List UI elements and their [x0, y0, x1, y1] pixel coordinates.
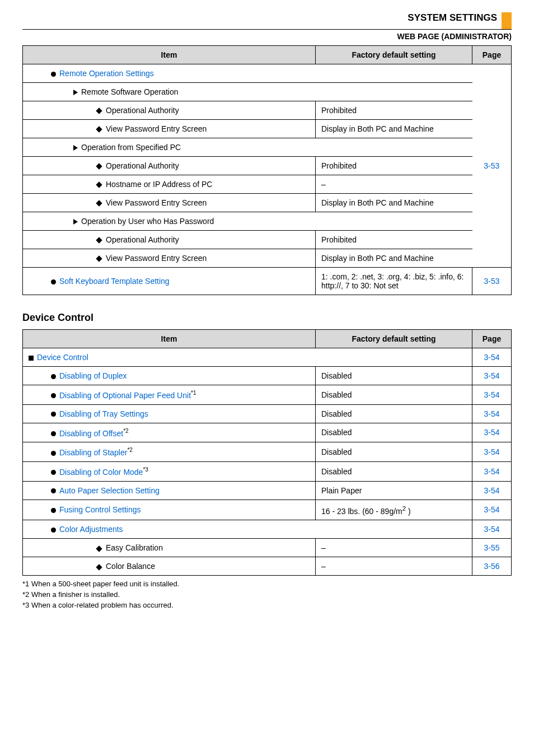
footnote-ref: *2: [123, 428, 128, 434]
factory-default: Disabled: [316, 404, 472, 423]
setting-link[interactable]: Disabling of Duplex: [59, 371, 127, 380]
setting-link[interactable]: Remote Operation Settings: [59, 69, 154, 78]
table-row: Soft Keyboard Template Setting1: .com, 2…: [23, 268, 512, 295]
factory-default: Display in Both PC and Machine: [316, 120, 472, 138]
setting-label: View Password Entry Screen: [106, 124, 207, 133]
page-ref[interactable]: 3-54: [472, 461, 512, 481]
circle-bullet-icon: [51, 508, 56, 513]
setting-label: Operation by User who Has Password: [81, 217, 214, 226]
page-ref[interactable]: 3-53: [472, 268, 512, 295]
setting-link[interactable]: Fusing Control Settings: [59, 505, 141, 514]
table-row: Hostname or IP Address of PC–: [23, 175, 512, 194]
factory-default: Disabled: [316, 461, 472, 481]
page-ref[interactable]: 3-54: [472, 442, 512, 462]
circle-bullet-icon: [51, 412, 56, 417]
table-row: Operational AuthorityProhibited: [23, 157, 512, 175]
factory-default: Display in Both PC and Machine: [316, 194, 472, 212]
setting-label: Operational Authority: [106, 106, 179, 115]
setting-link[interactable]: Disabling of Color Mode: [59, 468, 143, 477]
page-ref[interactable]: 3-56: [472, 557, 512, 576]
setting-label: View Password Entry Screen: [106, 198, 207, 207]
footnote-ref: *3: [143, 466, 148, 473]
setting-link[interactable]: Color Adjustments: [59, 525, 123, 534]
table-row: Device Control3-54: [23, 348, 512, 367]
page-ref[interactable]: 3-54: [472, 348, 512, 367]
table-row: View Password Entry ScreenDisplay in Bot…: [23, 249, 512, 268]
factory-default: Prohibited: [316, 101, 472, 120]
factory-default: 1: .com, 2: .net, 3: .org, 4: .biz, 5: .…: [316, 268, 472, 295]
setting-link[interactable]: Disabling of Tray Settings: [59, 409, 148, 418]
setting-label: Hostname or IP Address of PC: [106, 180, 212, 189]
setting-link[interactable]: Disabling of Optional Paper Feed Unit: [59, 391, 191, 400]
table-header-row: Item Factory default setting Page: [23, 330, 512, 348]
table-row: Disabling of Offset*2Disabled3-54: [23, 423, 512, 442]
footnote: *3 When a color-related problem has occu…: [22, 600, 512, 611]
diamond-bullet-icon: [96, 164, 102, 170]
factory-default: Plain Paper: [316, 481, 472, 500]
table-row: Color Balance–3-56: [23, 557, 512, 576]
circle-bullet-icon: [51, 488, 56, 493]
page-ref[interactable]: 3-54: [472, 500, 512, 520]
factory-default: Disabled: [316, 423, 472, 442]
footnote-ref: *2: [127, 447, 132, 453]
table-row: Operation from Specified PC: [23, 138, 512, 157]
page-ref[interactable]: 3-54: [472, 367, 512, 385]
circle-bullet-icon: [51, 431, 56, 436]
factory-default: Display in Both PC and Machine: [316, 249, 472, 268]
table-row: Auto Paper Selection SettingPlain Paper3…: [23, 481, 512, 500]
setting-label: Easy Calibration: [106, 543, 163, 552]
factory-default: Prohibited: [316, 157, 472, 175]
device-control-heading: Device Control: [22, 312, 512, 324]
factory-default: –: [316, 557, 472, 576]
triangle-bullet-icon: [73, 90, 78, 95]
circle-bullet-icon: [51, 470, 56, 475]
diamond-bullet-icon: [96, 237, 102, 244]
factory-default: Disabled: [316, 367, 472, 385]
setting-link[interactable]: Disabling of Offset: [59, 428, 123, 437]
square-bullet-icon: [29, 356, 34, 361]
col-header-page: Page: [472, 46, 512, 64]
table-row: Remote Operation Settings3-53: [23, 64, 512, 83]
circle-bullet-icon: [51, 72, 56, 77]
circle-bullet-icon: [51, 393, 56, 398]
table-row: Easy Calibration–3-55: [23, 539, 512, 557]
setting-link[interactable]: Auto Paper Selection Setting: [59, 486, 160, 495]
circle-bullet-icon: [51, 279, 56, 284]
setting-link[interactable]: Device Control: [37, 353, 88, 362]
factory-default: Disabled: [316, 442, 472, 462]
setting-label: View Password Entry Screen: [106, 254, 207, 263]
table-row: Disabling of Tray SettingsDisabled3-54: [23, 404, 512, 423]
table-row: Remote Software Operation: [23, 83, 512, 101]
factory-default: –: [316, 175, 472, 194]
setting-link[interactable]: Soft Keyboard Template Setting: [59, 277, 170, 286]
setting-link[interactable]: Disabling of Stapler: [59, 448, 127, 457]
page-ref[interactable]: 3-54: [472, 423, 512, 442]
page-ref[interactable]: 3-54: [472, 481, 512, 500]
page-ref[interactable]: 3-53: [472, 64, 512, 268]
footnote: *2 When a finisher is installed.: [22, 590, 512, 600]
col-header-item: Item: [23, 46, 316, 64]
orange-accent-bar: [502, 12, 512, 29]
diamond-bullet-icon: [96, 182, 102, 188]
circle-bullet-icon: [51, 528, 56, 533]
factory-default: Prohibited: [316, 231, 472, 249]
diamond-bullet-icon: [96, 108, 102, 114]
table-row: Disabling of Stapler*2Disabled3-54: [23, 442, 512, 462]
factory-default: –: [316, 539, 472, 557]
page-ref[interactable]: 3-54: [472, 520, 512, 539]
page-ref[interactable]: 3-55: [472, 539, 512, 557]
page-ref[interactable]: 3-54: [472, 385, 512, 405]
col-header-fds: Factory default setting: [316, 330, 472, 348]
table-row: Operation by User who Has Password: [23, 212, 512, 231]
footnotes: *1 When a 500-sheet paper feed unit is i…: [22, 579, 512, 611]
section-title: SYSTEM SETTINGS: [407, 12, 497, 24]
settings-table-2: Item Factory default setting Page Device…: [22, 329, 512, 576]
diamond-bullet-icon: [96, 564, 102, 570]
subheading: WEB PAGE (ADMINISTRATOR): [0, 30, 534, 45]
table-row: View Password Entry ScreenDisplay in Bot…: [23, 120, 512, 138]
footnote: *1 When a 500-sheet paper feed unit is i…: [22, 579, 512, 590]
triangle-bullet-icon: [73, 145, 78, 151]
setting-label: Operational Authority: [106, 235, 179, 244]
page-header: SYSTEM SETTINGS: [0, 0, 534, 29]
page-ref[interactable]: 3-54: [472, 404, 512, 423]
